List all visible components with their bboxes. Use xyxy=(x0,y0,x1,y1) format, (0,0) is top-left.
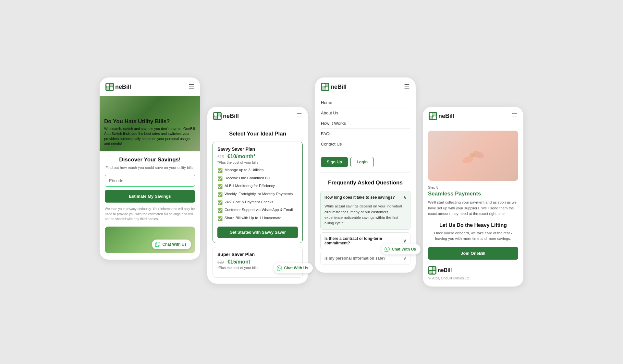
signup-button[interactable]: Sign Up xyxy=(321,157,348,167)
logo-icon-3 xyxy=(321,83,329,91)
svg-rect-4 xyxy=(110,87,113,90)
feature-text-6: Customer Support via WhatsApp & Email xyxy=(225,207,293,213)
super-price-new: €15/mont xyxy=(227,259,250,264)
heavy-lifting-desc: Once you're onboard, we take care of the… xyxy=(428,230,518,242)
nav-how-it-works[interactable]: How It Works xyxy=(321,118,410,129)
svg-rect-28 xyxy=(429,271,432,274)
svg-rect-12 xyxy=(325,84,328,87)
check-icon-5: ✅ xyxy=(217,200,223,206)
faq-answer-1: While actual savings depend on your indi… xyxy=(321,204,410,229)
feature-text-4: Weekly, Fortnightly, or Monthly Payments xyxy=(225,192,293,197)
nav-bar-3: neBill ☰ xyxy=(315,77,416,96)
faq-chevron-down-3: ∨ xyxy=(403,256,406,261)
hero-image-1: Do You Hate Utility Bills? We search, sw… xyxy=(100,96,200,151)
svg-rect-27 xyxy=(433,267,435,270)
logo-icon-2 xyxy=(213,112,222,120)
logo-2: neBill xyxy=(213,112,239,120)
logo-text-1: neBill xyxy=(115,84,131,90)
step-desc: We'll start collecting your payment and … xyxy=(428,200,518,217)
chat-bubble-1[interactable]: Chat With Us xyxy=(152,240,191,249)
faq-question-text-3: Is my personal information safe? xyxy=(324,256,385,261)
nav-bar-4: neBill ☰ xyxy=(423,107,523,125)
plan-feature-3: ✅ AI Bill Monitoring for Efficiency xyxy=(217,183,298,190)
get-started-savvy-button[interactable]: Get Started with Savvy Saver xyxy=(217,227,298,238)
step-label: Step 8 xyxy=(428,185,518,189)
svg-rect-1 xyxy=(106,84,109,87)
svg-rect-26 xyxy=(429,267,432,270)
svg-rect-8 xyxy=(214,116,217,119)
logo-3: neBill xyxy=(321,83,347,91)
svg-rect-2 xyxy=(110,84,113,87)
bottom-image-1: Chat With Us xyxy=(105,227,195,253)
savvy-price-old: €15 xyxy=(217,155,224,159)
svg-rect-7 xyxy=(218,113,221,116)
faq-chevron-up-1: ∧ xyxy=(403,195,406,200)
step-hands-illustration: € xyxy=(460,143,486,169)
hamburger-1[interactable]: ☰ xyxy=(189,84,194,90)
footer-logo: neBill xyxy=(428,266,518,275)
plan-feature-7: ✅ Share Bill with Up to 1 Housemate xyxy=(217,216,298,222)
svg-rect-16 xyxy=(430,113,433,116)
savvy-plan-card: Savvy Saver Plan €15 €10/month* *Plus th… xyxy=(213,142,303,243)
step-title: Seamless Payments xyxy=(428,191,518,197)
chat-bubble-text-2: Chat With Us xyxy=(284,266,308,270)
svg-rect-29 xyxy=(433,271,435,274)
whatsapp-icon-3 xyxy=(385,247,390,252)
nav-about[interactable]: About Us xyxy=(321,108,410,118)
whatsapp-icon-2 xyxy=(277,265,282,271)
step-image: € xyxy=(428,131,518,181)
svg-rect-3 xyxy=(106,87,109,90)
svg-rect-6 xyxy=(214,113,217,116)
faq-question-1[interactable]: How long does it take to see savings? ∧ xyxy=(321,191,410,204)
svg-rect-14 xyxy=(325,87,328,90)
phones-container: neBill ☰ Do You Hate Utility Bills? We s… xyxy=(10,77,613,286)
chat-bubble-text-3: Chat With Us xyxy=(392,247,416,252)
faq-item-1: How long does it take to see savings? ∧ … xyxy=(320,191,410,230)
hero-desc-1: We search, switch and save so you don't … xyxy=(104,126,196,147)
footer-logo-icon xyxy=(428,266,436,275)
plan-feature-6: ✅ Customer Support via WhatsApp & Email xyxy=(217,207,298,214)
phone2-wrapper: neBill ☰ Select Your Ideal Plan Savvy Sa… xyxy=(207,77,308,284)
nav-faqs[interactable]: FAQs xyxy=(321,129,410,139)
eircode-input[interactable] xyxy=(105,175,195,187)
divider-3 xyxy=(320,172,410,173)
super-price-old: €20 xyxy=(217,260,224,264)
logo-text-2: neBill xyxy=(223,113,239,120)
logo-text-3: neBill xyxy=(331,84,347,90)
feature-text-7: Share Bill with Up to 1 Housemate xyxy=(225,216,281,221)
nav-home[interactable]: Home xyxy=(321,98,410,108)
discover-title: Discover Your Savings! xyxy=(105,157,195,163)
steps-body: € Step 8 Seamless Payments We'll start c… xyxy=(423,125,523,286)
phone1-body: Discover Your Savings! Find out how much… xyxy=(100,151,200,260)
feature-text-5: 24/7 Cost & Payment Checks xyxy=(225,200,273,205)
hamburger-2[interactable]: ☰ xyxy=(296,113,302,119)
phone2-body: Select Your Ideal Plan Savvy Saver Plan … xyxy=(207,125,308,284)
join-onebill-button[interactable]: Join OneBill xyxy=(428,247,518,260)
faq-chevron-down-2: ∨ xyxy=(403,238,406,243)
estimate-button[interactable]: Estimate My Savings xyxy=(105,190,195,203)
hamburger-4[interactable]: ☰ xyxy=(512,113,518,119)
plan-feature-5: ✅ 24/7 Cost & Payment Checks xyxy=(217,200,298,206)
discover-subtitle: Find out how much you could save on your… xyxy=(105,165,195,170)
plan-feature-1: ✅ Manage up to 3 Utilities xyxy=(217,168,298,174)
chat-bubble-2[interactable]: Chat With Us xyxy=(274,263,313,273)
nav-bar-1: neBill ☰ xyxy=(100,77,200,96)
nav-contact[interactable]: Contact Us xyxy=(321,139,410,149)
login-button[interactable]: Login xyxy=(350,157,374,167)
nav-buttons-3: Sign Up Login xyxy=(315,154,416,172)
hamburger-3[interactable]: ☰ xyxy=(404,84,410,90)
feature-text-2: Receive One Combined Bill xyxy=(225,176,270,181)
privacy-note: We take your privacy seriously. Your inf… xyxy=(105,206,195,221)
check-icon-7: ✅ xyxy=(217,216,223,222)
logo-icon-1 xyxy=(105,83,114,91)
logo-text-4: neBill xyxy=(438,113,454,120)
savvy-plan-note: *Plus the cost of your bills xyxy=(217,160,298,164)
plan-feature-2: ✅ Receive One Combined Bill xyxy=(217,176,298,182)
svg-rect-17 xyxy=(433,113,436,116)
check-icon-3: ✅ xyxy=(217,184,223,190)
svg-rect-11 xyxy=(322,84,325,87)
chat-bubble-3[interactable]: Chat With Us xyxy=(381,244,421,254)
hero-text-1: Do You Hate Utility Bills? We search, sw… xyxy=(104,118,196,147)
faq-title: Frequently Asked Questions xyxy=(320,179,410,186)
faq-question-text-1: How long does it take to see savings? xyxy=(324,195,395,200)
